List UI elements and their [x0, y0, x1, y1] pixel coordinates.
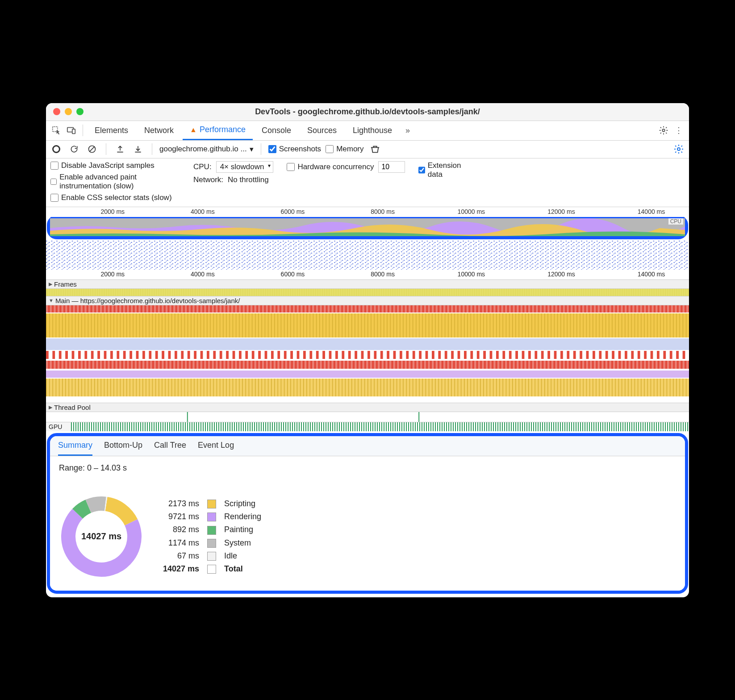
ruler-tick: 10000 ms: [458, 208, 485, 215]
enable-css-label: Enable CSS selector stats (slow): [61, 193, 172, 202]
download-icon[interactable]: [131, 142, 145, 156]
gpu-track[interactable]: GPU: [46, 422, 689, 431]
extension-data-checkbox[interactable]: Extension data: [418, 161, 468, 179]
donut-center-label: 14027 ms: [59, 494, 144, 579]
summary-legend: 2173 msScripting9721 msRendering892 msPa…: [157, 497, 266, 576]
cpu-overview-label: CPU: [668, 218, 683, 225]
svg-point-3: [662, 129, 665, 132]
tab-elements[interactable]: Elements: [88, 121, 135, 140]
device-toolbar-icon[interactable]: [65, 124, 78, 137]
settings-icon[interactable]: [657, 124, 670, 137]
legend-row: 9721 msRendering: [158, 511, 265, 523]
summary-range: Range: 0 – 14.03 s: [59, 463, 127, 473]
screenshots-checkbox-input[interactable]: [268, 145, 276, 153]
svg-rect-17: [46, 351, 689, 359]
enable-paint-checkbox[interactable]: Enable advanced paint instrumentation (s…: [50, 173, 180, 191]
ruler-tick: 12000 ms: [547, 208, 575, 215]
svg-rect-15: [46, 313, 689, 338]
capture-settings-icon[interactable]: [672, 142, 685, 156]
legend-total-row: 14027 msTotal: [158, 563, 265, 575]
ruler-tick: 10000 ms: [458, 271, 485, 278]
ruler-tick: 2000 ms: [100, 271, 125, 278]
disable-js-input[interactable]: [50, 162, 58, 170]
extension-data-label: Extension data: [428, 161, 468, 179]
network-label: Network:: [193, 175, 223, 184]
thread-pool-label: Thread Pool: [54, 404, 91, 411]
tab-call-tree[interactable]: Call Tree: [154, 441, 186, 456]
details-pane-highlight: Summary Bottom-Up Call Tree Event Log Ra…: [47, 433, 688, 594]
svg-rect-19: [46, 361, 689, 369]
ruler-tick: 12000 ms: [547, 271, 575, 278]
capture-settings: Disable JavaScript samples Enable advanc…: [46, 158, 689, 207]
ruler-tick: 14000 ms: [638, 271, 665, 278]
svg-rect-16: [46, 338, 689, 350]
summary-donut: 14027 ms: [59, 494, 144, 579]
tab-sources[interactable]: Sources: [300, 121, 344, 140]
tab-network[interactable]: Network: [137, 121, 181, 140]
hw-concurrency-checkbox[interactable]: Hardware concurrency: [287, 162, 374, 171]
tab-performance-label: Performance: [200, 125, 246, 134]
ruler-tick: 6000 ms: [281, 271, 305, 278]
screenshots-label: Screenshots: [279, 145, 322, 154]
separator: [261, 143, 261, 155]
recording-selector[interactable]: googlechrome.github.io ...▾: [159, 145, 254, 154]
upload-icon[interactable]: [113, 142, 127, 156]
ruler-tick: 14000 ms: [638, 208, 665, 215]
overview-ruler[interactable]: 2000 ms 4000 ms 6000 ms 8000 ms 10000 ms…: [46, 207, 689, 217]
record-button[interactable]: [50, 142, 63, 156]
ruler-tick: 6000 ms: [281, 208, 305, 215]
svg-rect-2: [72, 129, 75, 133]
svg-point-6: [677, 148, 680, 150]
collapse-icon: ▼: [49, 298, 54, 303]
expand-icon: ▶: [49, 404, 52, 410]
more-tabs-icon[interactable]: »: [401, 124, 414, 137]
memory-checkbox[interactable]: Memory: [326, 145, 363, 154]
gpu-track-label: GPU: [46, 422, 71, 431]
tab-event-log[interactable]: Event Log: [198, 441, 234, 456]
kebab-icon[interactable]: ⋮: [672, 124, 685, 137]
ruler-tick: 4000 ms: [191, 271, 215, 278]
extension-data-input[interactable]: [418, 166, 425, 174]
tab-performance[interactable]: ▲ Performance: [183, 121, 253, 140]
inspect-icon[interactable]: [50, 124, 63, 137]
cpu-overview[interactable]: CPU: [50, 218, 685, 236]
separator: [83, 125, 83, 136]
gpu-track-body: [71, 422, 689, 431]
thread-pool-track[interactable]: [46, 412, 689, 422]
svg-rect-22: [46, 379, 689, 396]
tab-console[interactable]: Console: [255, 121, 298, 140]
screenshots-checkbox[interactable]: Screenshots: [268, 145, 322, 154]
frames-track[interactable]: [46, 289, 689, 296]
hw-concurrency-label: Hardware concurrency: [297, 162, 374, 171]
svg-line-5: [89, 146, 95, 152]
screenshots-strip[interactable]: [46, 240, 689, 270]
hw-concurrency-field[interactable]: [378, 161, 405, 173]
warning-icon: ▲: [190, 126, 197, 134]
tab-bottom-up[interactable]: Bottom-Up: [104, 441, 142, 456]
legend-row: 1174 msSystem: [158, 537, 265, 549]
clear-button[interactable]: [85, 142, 99, 156]
main-track-header[interactable]: ▼ Main — https://googlechrome.github.io/…: [46, 296, 689, 305]
main-flamechart[interactable]: [46, 305, 689, 403]
titlebar: DevTools - googlechrome.github.io/devtoo…: [46, 103, 689, 121]
disable-js-checkbox[interactable]: Disable JavaScript samples: [50, 161, 180, 170]
thread-pool-header[interactable]: ▶ Thread Pool: [46, 403, 689, 412]
gc-icon[interactable]: [368, 142, 382, 156]
cpu-overview-highlight: CPU: [47, 215, 688, 239]
enable-paint-input[interactable]: [50, 178, 57, 186]
cpu-throttle-select[interactable]: 4× slowdown: [216, 161, 274, 173]
disable-js-label: Disable JavaScript samples: [61, 161, 155, 170]
enable-css-checkbox[interactable]: Enable CSS selector stats (slow): [50, 193, 180, 202]
tab-summary[interactable]: Summary: [58, 441, 92, 456]
frames-track-header[interactable]: ▶ Frames: [46, 279, 689, 289]
svg-rect-13: [46, 305, 689, 312]
memory-checkbox-input[interactable]: [326, 145, 334, 153]
hw-concurrency-input[interactable]: [287, 163, 295, 171]
tab-lighthouse[interactable]: Lighthouse: [346, 121, 399, 140]
reload-record-button[interactable]: [67, 142, 81, 156]
ruler-tick: 8000 ms: [371, 271, 395, 278]
separator: [152, 143, 152, 155]
flamechart-ruler[interactable]: 2000 ms 4000 ms 6000 ms 8000 ms 10000 ms…: [46, 270, 689, 279]
devtools-window: DevTools - googlechrome.github.io/devtoo…: [46, 103, 689, 597]
enable-css-input[interactable]: [50, 194, 58, 202]
